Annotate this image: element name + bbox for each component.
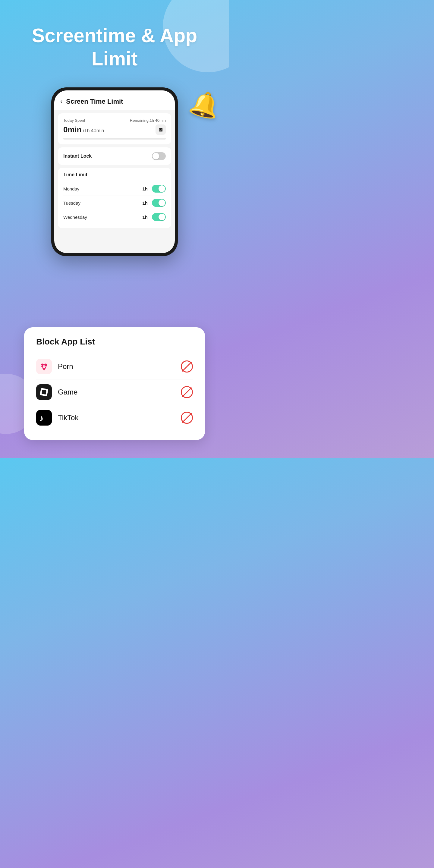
eighteen-label: 18+ [41,364,47,369]
today-spent-card: Today Spent Remaining:1h 40min 0min /1h … [58,113,171,144]
back-button[interactable]: ‹ [60,98,62,105]
today-label: Today Spent [63,118,85,123]
app-icon-game [36,384,52,400]
app-row-game: Game [36,379,193,405]
day-tuesday: Tuesday [63,200,81,206]
screen-body: Today Spent Remaining:1h 40min 0min /1h … [54,113,175,228]
block-icon-porn [181,361,193,373]
today-time-display: 0min /1h 40min [63,125,104,134]
edit-icon: ⊠ [159,127,163,133]
time-limit-heading: Time Limit [63,172,166,178]
day-monday-limit: 1h [142,186,148,191]
today-time-row: 0min /1h 40min ⊠ [63,124,166,135]
app-name-game: Game [58,388,181,396]
app-row-tiktok: ♪ TikTok [36,405,193,430]
time-limit-value: /1h 40min [83,128,104,133]
phone-screen: ‹ Screen Time Limit Today Spent Remainin… [54,90,175,253]
toggle-knob [158,185,165,192]
block-icon-tiktok [181,412,193,424]
svg-rect-1 [41,390,46,395]
day-row-wednesday: Wednesday 1h [63,210,166,224]
time-limit-section: Time Limit Monday 1h Tuesday [58,168,171,228]
screen-title: Screen Time Limit [66,98,123,105]
day-row-tuesday: Tuesday 1h [63,196,166,210]
heart-18-icon: ♥ 18+ [40,359,48,374]
toggle-knob [153,153,159,159]
phone-mockup: ‹ Screen Time Limit Today Spent Remainin… [51,87,178,256]
screen-header: ‹ Screen Time Limit [54,90,175,110]
day-monday-toggle[interactable] [152,185,166,193]
tiktok-logo-icon: ♪ [38,412,50,423]
time-spent-value: 0min [63,125,82,134]
app-name-porn: Porn [58,362,181,371]
instant-lock-label: Instant Lock [63,153,92,159]
remaining-label: Remaining:1h 40min [130,118,166,123]
day-wednesday: Wednesday [63,215,87,220]
svg-text:♪: ♪ [39,413,44,423]
hero-title: Screentime & App Limit [0,24,229,70]
day-row-monday: Monday 1h [63,182,166,196]
toggle-knob [158,199,165,206]
phone-frame: ‹ Screen Time Limit Today Spent Remainin… [51,87,178,256]
roblox-logo-icon [39,387,49,397]
day-tuesday-toggle[interactable] [152,199,166,207]
instant-lock-toggle[interactable] [152,152,166,160]
app-icon-tiktok: ♪ [36,410,52,426]
block-app-title: Block App List [36,337,193,347]
instant-lock-card: Instant Lock [58,147,171,165]
day-monday-right: 1h [142,185,166,193]
app-row-porn: ♥ 18+ Porn [36,354,193,379]
app-name-tiktok: TikTok [58,413,181,422]
block-app-card: Block App List ♥ 18+ Porn Game ♪ TikT [24,327,205,440]
block-icon-game [181,386,193,398]
day-tuesday-right: 1h [142,199,166,207]
day-wednesday-toggle[interactable] [152,213,166,221]
day-tuesday-limit: 1h [142,200,148,206]
app-icon-porn: ♥ 18+ [36,359,52,374]
day-wednesday-right: 1h [142,213,166,221]
progress-bar [63,138,166,140]
bell-icon: 🔔 [187,87,223,122]
toggle-knob [158,214,165,220]
today-header: Today Spent Remaining:1h 40min [63,118,166,123]
day-monday: Monday [63,186,79,191]
edit-button[interactable]: ⊠ [156,124,166,135]
day-wednesday-limit: 1h [142,215,148,220]
